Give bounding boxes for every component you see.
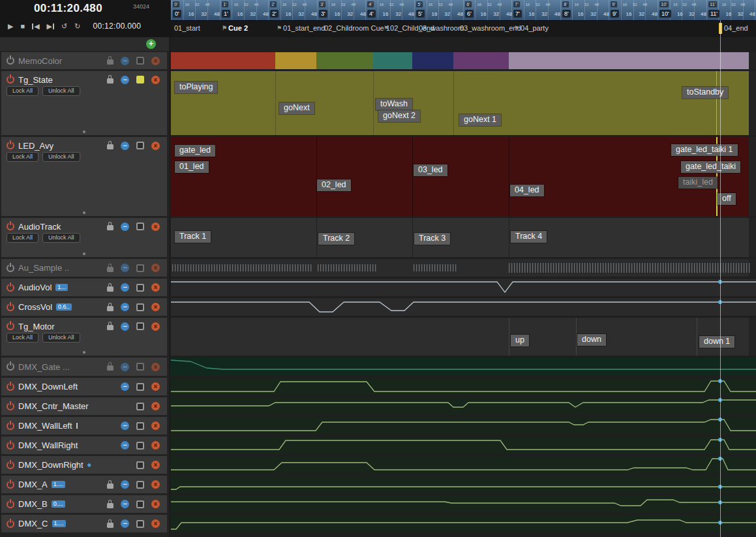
power-icon[interactable] (7, 264, 14, 272)
minus-icon[interactable]: − (121, 303, 129, 311)
close-icon[interactable]: × (151, 57, 160, 65)
memo-segment[interactable] (453, 52, 509, 69)
led-clip[interactable]: 03_led (414, 164, 447, 176)
checkbox[interactable] (136, 57, 144, 65)
checkbox[interactable] (136, 303, 144, 311)
lane-dmx-wallleft[interactable] (171, 417, 756, 435)
lock-icon[interactable] (107, 365, 113, 371)
close-icon[interactable]: × (151, 402, 160, 410)
state-clip[interactable]: toWash (376, 99, 412, 110)
power-icon[interactable] (7, 500, 14, 508)
lock-icon[interactable] (107, 144, 113, 149)
automation-curve[interactable] (171, 476, 756, 493)
checkbox[interactable] (136, 422, 144, 430)
track-row-dmx-c[interactable]: DMX_C 1.... −× (1, 515, 167, 532)
power-icon[interactable] (7, 76, 14, 84)
lock-all-button[interactable]: Lock All (7, 86, 38, 96)
automation-curve[interactable] (171, 456, 756, 474)
minus-icon[interactable]: − (121, 142, 129, 150)
checkbox[interactable] (136, 500, 144, 508)
lane-dmx-b[interactable] (171, 495, 756, 513)
state-clip[interactable]: toPlaying (175, 82, 217, 93)
track-row-audiotrack[interactable]: AudioTrack −× Lock AllUnlock All (1, 218, 167, 257)
power-icon[interactable] (7, 57, 14, 65)
minus-icon[interactable]: − (121, 57, 129, 65)
close-icon[interactable]: × (151, 142, 160, 150)
add-track-button[interactable]: + (146, 39, 156, 49)
minus-icon[interactable]: − (121, 382, 129, 391)
lane-memocolor[interactable] (171, 52, 756, 69)
lane-audiovol[interactable] (171, 279, 756, 296)
value-badge[interactable]: 1... (55, 284, 68, 291)
unlock-all-button[interactable]: Unlock All (42, 233, 80, 243)
track-row-au-sample[interactable]: Au_Sample .. −× (1, 259, 167, 277)
lock-icon[interactable] (107, 267, 113, 272)
power-icon[interactable] (7, 322, 14, 330)
track-row-dmx-downright[interactable]: DMX_DownRight ◆ × (1, 456, 167, 474)
play-button[interactable]: ▶ (8, 23, 13, 30)
audio-clip[interactable]: Track 1 (175, 231, 211, 243)
close-icon[interactable]: × (151, 322, 160, 331)
motor-clip[interactable]: down 1 (699, 336, 734, 348)
cue-marker[interactable]: 02_Childroom Cue 1 (324, 24, 390, 32)
power-icon[interactable] (7, 303, 14, 311)
checkbox[interactable] (136, 363, 144, 371)
lane-dmx-cntr-master[interactable] (171, 397, 756, 415)
value-badge[interactable]: 0.6.. (56, 303, 72, 311)
unlock-all-button[interactable]: Unlock All (42, 152, 80, 162)
lane-tg-state[interactable]: toPlaying goNext toWash goNext 2 goNext … (171, 71, 756, 135)
skip-start-button[interactable]: ◀ (32, 23, 39, 30)
row-resize-handle[interactable] (83, 253, 85, 255)
lane-au-sample[interactable] (171, 259, 756, 277)
close-icon[interactable]: × (151, 461, 160, 469)
led-clip[interactable]: 01_led (175, 161, 209, 173)
automation-curve[interactable] (171, 437, 756, 454)
track-row-led-avy[interactable]: LED_Avy −× Lock AllUnlock All (1, 137, 167, 216)
checkbox[interactable] (136, 142, 144, 149)
state-clip[interactable]: goNext 2 (378, 110, 420, 122)
close-icon[interactable]: × (151, 283, 160, 292)
close-icon[interactable]: × (151, 382, 160, 391)
lane-dmx-gate[interactable] (171, 358, 756, 376)
power-icon[interactable] (7, 284, 14, 292)
power-icon[interactable] (7, 222, 14, 230)
stop-button[interactable]: ■ (20, 23, 25, 30)
waveform[interactable] (509, 263, 751, 273)
cycle-button[interactable]: ↻ (74, 23, 80, 30)
lock-all-button[interactable]: Lock All (7, 233, 38, 243)
lock-icon[interactable] (107, 225, 113, 230)
motor-clip[interactable]: down (577, 334, 606, 346)
lock-icon[interactable] (107, 523, 113, 528)
power-icon[interactable] (7, 403, 14, 410)
checkbox[interactable] (136, 322, 144, 330)
track-row-dmx-gate[interactable]: DMX_Gate ... −× (1, 358, 167, 376)
playhead[interactable] (720, 20, 721, 537)
state-clip[interactable]: goNext (279, 102, 314, 114)
value-badge[interactable]: 1.... (52, 481, 65, 488)
lock-icon[interactable] (107, 325, 113, 330)
checkbox[interactable] (136, 442, 144, 450)
led-clip[interactable]: 02_led (317, 179, 351, 191)
led-clip[interactable]: gate_led_taiki 1 (671, 144, 738, 156)
motor-clip[interactable]: up (511, 335, 529, 346)
lock-all-button[interactable]: Lock All (7, 152, 38, 162)
track-row-tg-state[interactable]: Tg_State −× Lock AllUnlock All (1, 71, 167, 135)
track-row-dmx-a[interactable]: DMX_A 1.... −× (1, 476, 167, 493)
lane-audiotrack[interactable]: Track 1 Track 2 Track 3 Track 4 (171, 218, 756, 257)
led-clip[interactable]: taiki_led (678, 177, 718, 189)
checkbox[interactable] (136, 264, 144, 272)
power-icon[interactable] (7, 422, 14, 430)
lock-all-button[interactable]: Lock All (7, 333, 38, 343)
lane-dmx-a[interactable] (171, 476, 756, 493)
close-icon[interactable]: × (151, 264, 160, 272)
automation-curve[interactable] (171, 279, 756, 296)
cue-marker[interactable]: ⚑01_start_end (277, 24, 325, 32)
close-icon[interactable]: × (151, 76, 160, 84)
close-icon[interactable]: × (151, 480, 160, 489)
row-resize-handle[interactable] (83, 351, 85, 354)
lane-dmx-wallright[interactable] (171, 437, 756, 454)
value-badge[interactable]: 0.... (52, 500, 65, 508)
automation-curve[interactable] (171, 397, 756, 415)
automation-curve[interactable] (171, 515, 756, 532)
cue-marker[interactable]: ⚑Cue 2 (222, 24, 248, 32)
